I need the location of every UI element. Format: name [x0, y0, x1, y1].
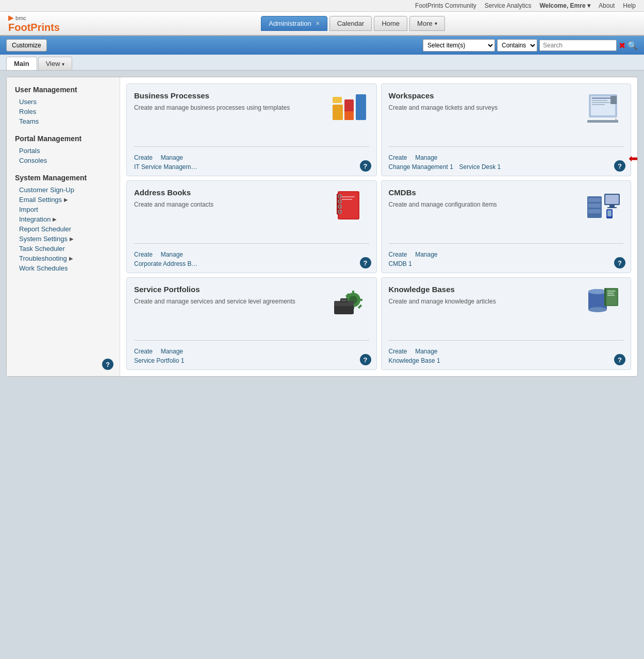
cmdb-manage-link[interactable]: Manage: [415, 251, 437, 258]
sidebar-item-teams[interactable]: Teams: [15, 116, 111, 126]
business-processes-icon: [329, 90, 370, 126]
business-processes-sublinks: IT Service Managem…: [134, 163, 369, 171]
ab-create-link[interactable]: Create: [134, 251, 153, 258]
footprints-logo: FootPrints: [8, 22, 60, 33]
sp-create-link[interactable]: Create: [134, 348, 153, 355]
sidebar-item-troubleshooting[interactable]: Troubleshooting ▶: [15, 254, 111, 263]
sidebar-item-email-settings[interactable]: Email Settings ▶: [15, 195, 111, 205]
tab-view[interactable]: View ▾: [38, 57, 73, 70]
more-dropdown-icon: ▾: [435, 21, 437, 26]
ab-corporate-link[interactable]: Corporate Address B…: [134, 260, 197, 267]
cmdb-help-button[interactable]: ?: [614, 257, 625, 268]
sp-help-button[interactable]: ?: [360, 354, 371, 365]
bp-create-link[interactable]: Create: [134, 154, 153, 161]
ab-manage-link[interactable]: Manage: [161, 251, 183, 258]
sidebar-item-task-scheduler[interactable]: Task Scheduler: [15, 244, 111, 254]
kb-manage-link[interactable]: Manage: [415, 348, 437, 355]
sidebar-item-integration[interactable]: Integration ▶: [15, 214, 111, 224]
ws-help-button[interactable]: ?: [614, 160, 625, 172]
knowledge-bases-sublinks: Knowledge Base 1: [389, 357, 624, 364]
cards-area: Business Processes Create and manage bus…: [120, 77, 637, 376]
kb-create-link[interactable]: Create: [389, 348, 407, 355]
sidebar-item-report-scheduler[interactable]: Report Scheduler: [15, 224, 111, 234]
svg-rect-10: [592, 104, 605, 105]
select-item-dropdown[interactable]: Select item(s): [423, 39, 495, 52]
svg-rect-12: [587, 120, 618, 123]
tab-home[interactable]: Home: [374, 16, 407, 31]
svg-point-46: [588, 307, 607, 312]
system-management-title: System Management: [15, 174, 111, 182]
service-portfolios-sublinks: Service Portfolio 1: [134, 357, 369, 364]
ws-help: ?: [614, 160, 625, 172]
cmdbs-sublinks: CMDB 1: [389, 260, 624, 267]
ws-manage-link[interactable]: Manage: [415, 154, 437, 161]
close-tab-icon[interactable]: ✕: [316, 21, 320, 26]
bp-help-button[interactable]: ?: [360, 160, 371, 172]
bmc-label: ▶ bmc: [8, 14, 60, 22]
ws-change-mgmt-link[interactable]: Change Management 1: [389, 163, 453, 171]
contains-dropdown[interactable]: Contains: [497, 39, 537, 52]
address-books-sublinks: Corporate Address B…: [134, 260, 369, 267]
svg-rect-39: [357, 305, 361, 309]
sidebar-item-users[interactable]: Users: [15, 97, 111, 107]
welcome-dropdown[interactable]: Welcome, Emre ▾: [539, 2, 590, 9]
service-analytics-link[interactable]: Service Analytics: [485, 2, 532, 9]
tab-calendar[interactable]: Calendar: [329, 16, 372, 31]
sidebar-help: ?: [102, 359, 113, 370]
svg-rect-2: [356, 94, 366, 120]
service-portfolios-card: Service Portfolios Create and manage ser…: [126, 277, 377, 370]
ws-service-desk-link[interactable]: Service Desk 1: [459, 163, 501, 171]
footprints-community-link[interactable]: FootPrints Community: [415, 2, 476, 9]
svg-rect-51: [607, 293, 614, 294]
cmdb-create-link[interactable]: Create: [389, 251, 407, 258]
bp-it-service-link[interactable]: IT Service Managem…: [134, 163, 197, 171]
svg-rect-9: [592, 102, 610, 103]
svg-rect-29: [607, 207, 617, 208]
search-go-button[interactable]: 🔍: [628, 41, 638, 50]
clear-search-button[interactable]: ✖: [619, 41, 625, 50]
logo-nav-bar: ▶ bmc FootPrints Administration ✕ Calend…: [0, 12, 644, 36]
sidebar-item-roles[interactable]: Roles: [15, 107, 111, 116]
ws-create-link[interactable]: Create: [389, 154, 407, 161]
bp-manage-link[interactable]: Manage: [161, 154, 183, 161]
tab-main[interactable]: Main: [6, 57, 37, 70]
ab-help-button[interactable]: ?: [360, 257, 371, 268]
sidebar-help-button[interactable]: ?: [102, 359, 113, 370]
cmdb1-link[interactable]: CMDB 1: [389, 260, 412, 267]
svg-rect-21: [342, 199, 352, 200]
tab-more[interactable]: More ▾: [409, 16, 445, 31]
sp-manage-link[interactable]: Manage: [161, 348, 183, 355]
cards-row-3: Service Portfolios Create and manage ser…: [126, 277, 631, 370]
knowledge-bases-icon: [583, 284, 624, 320]
svg-rect-28: [609, 205, 615, 207]
arrow-icon: ▶: [64, 197, 68, 202]
toolbar-bar: Customize Select item(s) Contains ✖ 🔍: [0, 36, 644, 55]
address-books-create-manage: Create Manage: [134, 250, 369, 258]
kb-help-button[interactable]: ?: [614, 354, 625, 365]
svg-rect-20: [342, 196, 355, 197]
sidebar-item-import[interactable]: Import: [15, 205, 111, 214]
sp1-link[interactable]: Service Portfolio 1: [134, 357, 184, 364]
search-input[interactable]: [539, 40, 617, 51]
arrow-icon: ▶: [69, 256, 73, 261]
svg-rect-25: [588, 209, 601, 213]
knowledge-bases-card: Knowledge Bases Create and manage knowle…: [381, 277, 632, 370]
about-link[interactable]: About: [599, 2, 615, 9]
sidebar-item-system-settings[interactable]: System Settings ▶: [15, 234, 111, 244]
sidebar-item-customer-signup[interactable]: Customer Sign-Up: [15, 185, 111, 195]
content-wrapper: User Management Users Roles Teams Portal…: [6, 77, 638, 377]
svg-rect-50: [607, 291, 615, 292]
sidebar-item-work-schedules[interactable]: Work Schedules: [15, 263, 111, 273]
svg-rect-45: [588, 292, 607, 310]
help-link[interactable]: Help: [623, 2, 636, 9]
sidebar-item-portals[interactable]: Portals: [15, 146, 111, 156]
svg-rect-37: [358, 299, 362, 301]
main-content: User Management Users Roles Teams Portal…: [0, 71, 644, 383]
sidebar-item-consoles[interactable]: Consoles: [15, 156, 111, 165]
kb1-link[interactable]: Knowledge Base 1: [389, 357, 440, 364]
kb-help: ?: [614, 354, 625, 365]
customize-button[interactable]: Customize: [6, 39, 47, 52]
tab-administration[interactable]: Administration ✕: [261, 16, 327, 31]
cmdbs-icon: [583, 187, 624, 223]
sidebar: User Management Users Roles Teams Portal…: [7, 77, 120, 376]
